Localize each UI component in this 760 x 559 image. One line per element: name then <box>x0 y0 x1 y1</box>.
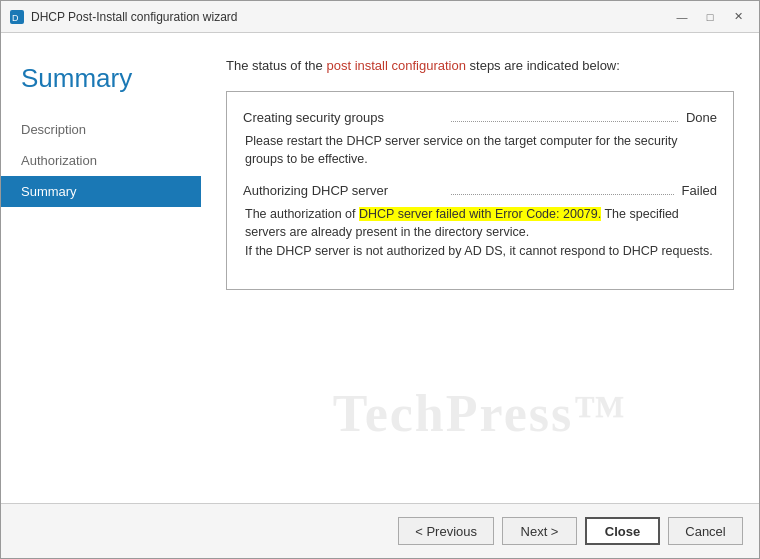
status-detail-dhcp: The authorization of DHCP server failed … <box>243 205 717 261</box>
sidebar-item-description-label: Description <box>21 122 86 137</box>
sidebar-item-description[interactable]: Description <box>1 114 201 145</box>
content-area: Summary Description Authorization Summar… <box>1 33 759 503</box>
status-row-dhcp: Authorizing DHCP server Failed <box>243 181 717 201</box>
title-bar: D DHCP Post-Install configuration wizard… <box>1 1 759 33</box>
detail-prefix: The authorization of <box>245 207 359 221</box>
footer: < Previous Next > Close Cancel <box>1 503 759 558</box>
detail-extra: If the DHCP server is not authorized by … <box>245 244 713 258</box>
window-controls: — □ ✕ <box>669 7 751 27</box>
main-panel: The status of the post install configura… <box>201 33 759 503</box>
status-detail-security: Please restart the DHCP server service o… <box>243 132 717 170</box>
app-icon: D <box>9 9 25 25</box>
status-box: Creating security groups Done Please res… <box>226 91 734 290</box>
status-row-security: Creating security groups Done <box>243 108 717 128</box>
previous-button[interactable]: < Previous <box>398 517 494 545</box>
next-button[interactable]: Next > <box>502 517 577 545</box>
description-prefix: The status of the <box>226 58 326 73</box>
window-close-button[interactable]: ✕ <box>725 7 751 27</box>
main-description: The status of the post install configura… <box>226 58 734 73</box>
watermark: TechPress™ <box>333 384 627 443</box>
description-highlight: post install configuration <box>326 58 465 73</box>
sidebar-item-authorization[interactable]: Authorization <box>1 145 201 176</box>
sidebar-item-authorization-label: Authorization <box>21 153 97 168</box>
status-label-dhcp: Authorizing DHCP server <box>243 181 443 201</box>
sidebar-item-summary-label: Summary <box>21 184 77 199</box>
status-dots-dhcp <box>451 183 674 196</box>
minimize-button[interactable]: — <box>669 7 695 27</box>
detail-highlight: DHCP server failed with Error Code: 2007… <box>359 207 601 221</box>
status-label-security: Creating security groups <box>243 108 443 128</box>
left-panel: Summary Description Authorization Summar… <box>1 33 201 503</box>
page-title: Summary <box>1 53 201 114</box>
close-button[interactable]: Close <box>585 517 660 545</box>
status-value-security: Done <box>686 108 717 128</box>
svg-text:D: D <box>12 13 19 23</box>
maximize-button[interactable]: □ <box>697 7 723 27</box>
sidebar-item-summary[interactable]: Summary <box>1 176 201 207</box>
description-suffix: steps are indicated below: <box>466 58 620 73</box>
status-value-dhcp: Failed <box>682 181 717 201</box>
main-window: D DHCP Post-Install configuration wizard… <box>0 0 760 559</box>
cancel-button[interactable]: Cancel <box>668 517 743 545</box>
status-dots-security <box>451 110 678 123</box>
window-title: DHCP Post-Install configuration wizard <box>31 10 669 24</box>
